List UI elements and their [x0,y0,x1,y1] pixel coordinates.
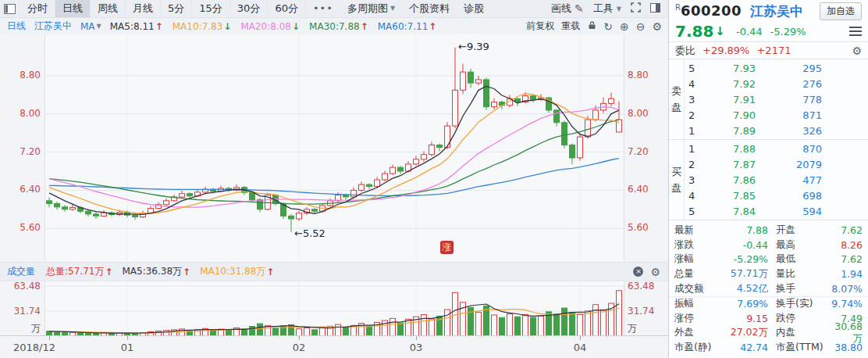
sell-order-row[interactable]: 27.90871 [685,108,868,124]
weicha-value: +2171 [756,45,791,56]
sell-order-row[interactable]: 37.91778 [685,91,868,107]
price-axis-label: 7.20 [2,146,41,157]
stock-info-button[interactable]: 个股资料 [402,0,457,17]
order-volume: 326 [756,125,822,137]
order-volume: 477 [756,174,822,186]
order-price: 7.89 [701,125,756,137]
quote-panel: R 600200 江苏吴中 加自选 7.88 ↓ -0.44 -5.29% 委比… [668,0,868,358]
event-badge[interactable]: 涨 [440,241,454,254]
weibi-value: +29.89% [703,45,749,56]
tab-monthly[interactable]: 月线 [126,0,161,17]
tab-60min[interactable]: 60分 [268,0,306,17]
gear-icon[interactable]: ⚙ [652,21,662,32]
period-tabs: 分时日线周线月线5分15分30分60分 [20,0,306,17]
chevron-down-icon: ▼ [617,5,621,13]
stat-label: 换手(实) [776,297,827,310]
order-price: 7.87 [701,159,756,170]
draw-line-button[interactable]: 画线 ✎ [551,2,584,16]
close-icon[interactable]: × [633,267,643,277]
time-axis: 2018/1201020304 [0,336,668,358]
buy-order-row[interactable]: 47.85698 [685,188,868,204]
reload-button[interactable]: 重载 [561,20,580,33]
volume-unit-label: 万 [628,322,667,335]
stat-value: 1.94 [827,268,863,280]
ma-value-1: MA10:7.83↓ [173,21,232,32]
buy-order-label: 买盘 [669,140,685,220]
order-price: 7.91 [701,94,756,106]
sell-order-row[interactable]: 17.89326 [685,124,868,139]
volume-value-1: MA5:36.38万↑ [122,265,190,278]
stat-value: 9.74% [827,298,863,310]
gear-icon[interactable]: ⚙ [650,267,660,277]
order-level: 2 [688,109,701,121]
ma-value-0: MA5:8.11↑ [110,21,163,32]
up-arrow-icon: ↑ [361,21,368,32]
tools-button[interactable]: 工具 ▼ [593,2,621,16]
multi-period-button[interactable]: 多周期图 ▼ [340,0,402,17]
buy-order-row[interactable]: 17.88870 [685,141,868,156]
tab-5min[interactable]: 5分 [161,0,192,17]
layout-toggle-icon[interactable] [4,4,16,14]
price-axis-label: 6.40 [628,184,667,195]
last-price: 7.88 [675,22,713,41]
sell-order-row[interactable]: 47.92276 [685,76,868,91]
diagnose-button[interactable]: 诊股 [457,0,491,17]
panel-toggle-icon[interactable] [650,3,660,15]
menu-icon[interactable] [849,27,862,36]
stat-row: 外盘27.02万内盘30.68万 [669,326,868,341]
forward-adjust-button[interactable]: 前复权 [526,20,554,33]
tab-time-sharing[interactable]: 分时 [20,0,55,17]
stat-label: 开盘 [776,224,827,237]
multi-period-label: 多周期图 [347,0,388,17]
stat-label: 总量 [674,267,718,281]
stat-label: 最新 [674,224,718,237]
order-price: 7.85 [701,190,756,202]
stat-label: 最高 [776,238,827,252]
zoom-out-icon[interactable]: ⊖ [636,21,646,32]
buy-order-row[interactable]: 37.86477 [685,172,868,188]
refresh-icon[interactable]: ↻ [603,21,613,32]
buy-order-row[interactable]: 27.872079 [685,156,868,172]
zoom-in-icon[interactable]: ⊕ [620,21,629,32]
up-arrow-icon: ↑ [155,21,163,32]
stat-row: 最新7.88开盘7.62 [669,223,868,238]
quote-header: R 600200 江苏吴中 加自选 7.88 ↓ -0.44 -5.29% [669,0,868,41]
r-flag: R [675,3,681,12]
order-level: 3 [688,174,701,186]
order-volume: 2079 [756,159,822,170]
lock-icon[interactable] [587,20,596,32]
ma-selector[interactable]: MA ▼ [80,21,101,32]
stat-value: 8.07% [827,283,863,295]
stat-label: 市盈(静) [674,341,718,354]
order-price: 7.90 [701,109,756,121]
tab-daily[interactable]: 日线 [55,0,91,17]
gear-icon[interactable]: ⚙ [852,45,862,56]
stat-label: 涨停 [674,312,718,325]
down-arrow-icon: ↓ [715,24,725,38]
buy-order-row[interactable]: 57.84594 [685,204,868,220]
price-chart[interactable]: 8.808.808.008.007.207.206.406.405.605.60… [0,34,668,262]
tab-weekly[interactable]: 周线 [91,0,126,17]
price-change-percent: -5.29% [770,26,806,38]
pencil-icon: ✎ [575,3,584,14]
order-price: 7.88 [701,143,756,155]
stat-value: 8.26 [827,239,863,251]
stock-code: 600200 [681,2,742,19]
time-tick [416,336,417,340]
stat-value: 7.88 [718,224,768,236]
time-label: 04 [574,342,587,353]
order-level: 1 [688,125,701,137]
tab-15min[interactable]: 15分 [192,0,230,17]
order-volume: 698 [756,190,822,202]
time-tick [49,336,50,340]
more-periods-button[interactable]: ••• [306,0,340,17]
add-watchlist-button[interactable]: 加自选 [820,2,862,20]
volume-chart[interactable]: 63.4863.4831.7431.74万万 [0,281,668,336]
sell-order-row[interactable]: 57.93295 [685,60,868,76]
tab-30min[interactable]: 30分 [230,0,269,17]
fullscreen-icon[interactable] [631,2,641,15]
order-volume: 594 [756,206,822,217]
time-tick [580,336,581,340]
ma-selector-label: MA [80,21,95,32]
stat-value: 57.71万 [718,267,768,281]
